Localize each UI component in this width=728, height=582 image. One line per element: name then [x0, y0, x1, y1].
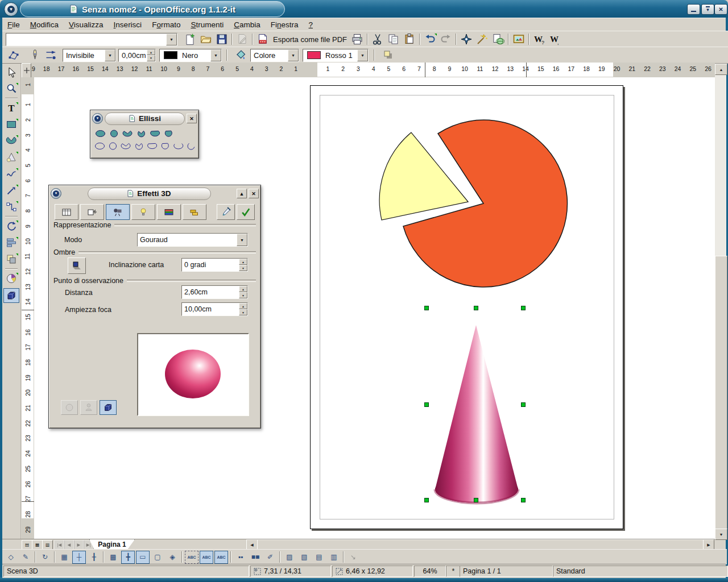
hyperlink-button[interactable]	[490, 32, 506, 47]
snap-to-guides[interactable]: ╋	[121, 551, 135, 564]
snap-to-page-margins[interactable]: ▭	[136, 551, 150, 564]
rotate-tool[interactable]	[3, 219, 19, 234]
effects-3d-toggle[interactable]	[3, 288, 19, 303]
layer-mode-button[interactable]: ▥	[42, 540, 53, 550]
gallery-button[interactable]	[511, 32, 527, 47]
window-menu-button[interactable]: ▼	[4, 2, 18, 16]
stylist-button[interactable]	[474, 32, 490, 47]
url-input[interactable]	[6, 34, 166, 45]
menu-item[interactable]: Inserisci	[109, 19, 147, 30]
master-mode-button[interactable]: ▦	[32, 540, 43, 550]
rectangle-tool[interactable]	[3, 117, 19, 132]
guides-when-moving[interactable]: ╂	[87, 551, 101, 564]
arrange-tool[interactable]	[3, 252, 19, 267]
line-color-select[interactable]: Nero ▼	[159, 49, 222, 62]
url-combobox[interactable]: ▼	[6, 33, 177, 46]
edit-points-button[interactable]	[6, 48, 22, 63]
curve-tool[interactable]	[3, 167, 19, 181]
ellipse-segment-outline-tool[interactable]	[146, 140, 159, 152]
pdf-export-button[interactable]	[255, 32, 271, 47]
ellipse-outline-tool[interactable]	[93, 140, 106, 152]
save-button[interactable]	[214, 32, 230, 47]
chevron-down-icon[interactable]: ▼	[237, 234, 247, 246]
fill-style-select[interactable]: Colore ▼	[250, 49, 299, 62]
lines-arrows-tool[interactable]	[3, 183, 19, 198]
select-text-area-only[interactable]: ABC	[200, 551, 213, 564]
page-status-field[interactable]: Pagina 1 / 1	[460, 566, 553, 577]
edit-points-mode[interactable]: ◇	[4, 551, 18, 564]
contour-mode[interactable]: ▧	[297, 551, 311, 564]
distance-stepper[interactable]: 2,60cm ▲▼	[181, 285, 248, 299]
zoom-field[interactable]: 64%	[414, 566, 446, 577]
glue-points[interactable]: ✎	[19, 551, 32, 564]
rotation-mode[interactable]: ↻	[38, 551, 52, 564]
open-button[interactable]	[198, 32, 214, 47]
paste-button[interactable]	[402, 32, 417, 47]
spinner-arrows[interactable]: ▲▼	[239, 303, 247, 315]
shadow-toggle-button[interactable]	[380, 48, 396, 63]
tab-favourites[interactable]	[55, 204, 78, 220]
close-button[interactable]: ✕	[187, 114, 197, 123]
focal-stepper[interactable]: 10,00cm ▲▼	[181, 302, 248, 316]
ellipse-arc-tool[interactable]	[172, 140, 185, 152]
zoom-tool[interactable]	[3, 81, 19, 96]
vertical-scrollbar[interactable]: ▲ ▼	[715, 64, 726, 539]
exit-all-groups[interactable]: ↘	[346, 551, 360, 564]
pdf-export-label[interactable]: Esporta come file PDF	[271, 35, 349, 44]
arrow-ends-button[interactable]	[43, 48, 59, 63]
select-tool[interactable]	[3, 65, 19, 80]
menu-item[interactable]: File	[2, 19, 25, 30]
menu-item[interactable]: Finestra	[266, 19, 304, 30]
picture-placeholder[interactable]: ▨	[283, 551, 296, 564]
vertical-scroll-thumb[interactable]	[715, 256, 727, 530]
page-mode-button[interactable]: ▤	[22, 540, 32, 550]
menu-item[interactable]: Cambia	[229, 19, 266, 30]
spinner-arrows[interactable]: ▲▼	[239, 286, 247, 298]
preview-lathe-button[interactable]	[80, 400, 97, 415]
maximize-button[interactable]: ▼	[701, 4, 714, 15]
chevron-down-icon[interactable]: ▼	[166, 34, 177, 45]
shadow-toggle[interactable]	[68, 257, 86, 274]
tab-illumination[interactable]	[131, 204, 155, 220]
insert-tool[interactable]	[3, 271, 19, 286]
fill-color-select[interactable]: Rosso 1 ▼	[303, 49, 369, 62]
paper-tilt-stepper[interactable]: 0 gradi ▲▼	[181, 258, 248, 272]
show-guides[interactable]: ┼	[72, 551, 86, 564]
preview-sphere-button[interactable]	[61, 400, 78, 415]
menu-item[interactable]: ?	[304, 19, 318, 30]
ellipse-tool[interactable]	[3, 134, 19, 148]
text-placeholder[interactable]: ▤	[312, 551, 326, 564]
object-size-field[interactable]: 6,46 x 12,92	[332, 566, 413, 577]
edit-file-button[interactable]	[234, 32, 250, 47]
window-menu-button[interactable]: ▼	[51, 188, 61, 199]
line-contour[interactable]: ▥	[327, 551, 341, 564]
template-status-field[interactable]: Standard	[553, 566, 728, 577]
large-handles[interactable]: ■■	[249, 551, 262, 564]
pie-shape[interactable]	[379, 120, 567, 287]
tab-geometry[interactable]	[80, 204, 104, 220]
spinner-arrows[interactable]: ▲▼	[239, 259, 247, 271]
help-agent-button[interactable]: W?	[531, 32, 547, 47]
ellipses-titlebar[interactable]: ▼ Ellissi ✕	[90, 110, 198, 126]
show-grid[interactable]: ▦	[57, 551, 71, 564]
ellipse-pie-outline-tool[interactable]	[119, 140, 133, 152]
spinner-arrows[interactable]: ▲▼	[147, 49, 155, 61]
menu-item[interactable]: Visualizza	[64, 19, 109, 30]
tab-material[interactable]	[183, 204, 206, 220]
alignment-tool[interactable]	[3, 235, 19, 250]
connector-tool[interactable]	[3, 199, 19, 214]
ellipses-floating-toolbar[interactable]: ▼ Ellissi ✕	[90, 110, 199, 159]
redo-button[interactable]	[438, 32, 454, 47]
text-tool[interactable]: T	[3, 101, 19, 115]
window-menu-button[interactable]: ▼	[92, 113, 103, 124]
vertical-ruler[interactable]: 1 12345678910111213141516171819202122232…	[22, 77, 35, 539]
chevron-down-icon[interactable]: ▼	[357, 49, 368, 61]
double-click-to-edit-text[interactable]: ABC	[214, 551, 228, 564]
circle-outline-tool[interactable]	[106, 140, 119, 152]
circle-pie-outline-tool[interactable]	[133, 140, 146, 152]
circle-segment-outline-tool[interactable]	[159, 140, 172, 152]
circle-arc-tool[interactable]	[185, 140, 198, 152]
rollup-button[interactable]: ▲	[237, 189, 247, 198]
new-document-button[interactable]	[182, 32, 198, 47]
ellipse-pie-filled-tool[interactable]	[121, 128, 134, 139]
